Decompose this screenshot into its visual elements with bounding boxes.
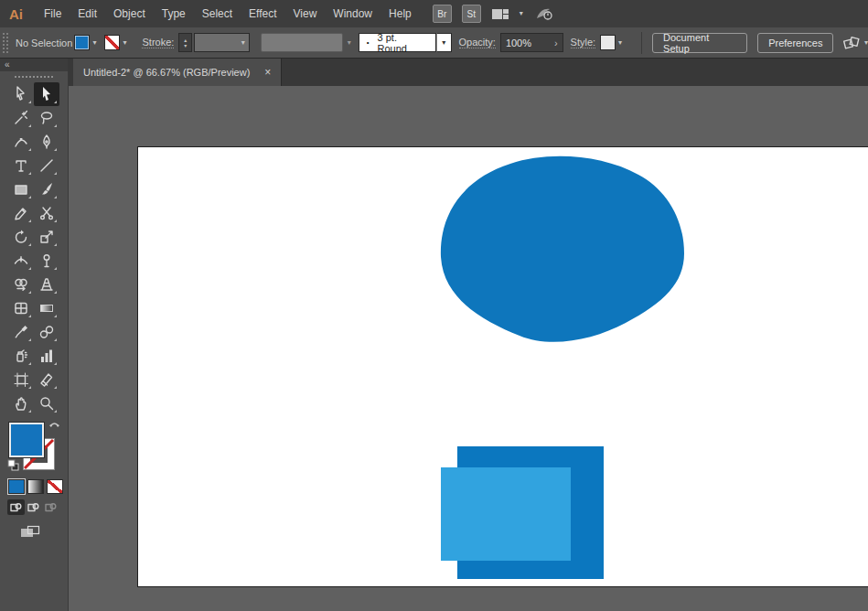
fill-color-swatch[interactable] — [74, 35, 90, 50]
workspace-switcher-icon[interactable] — [491, 8, 509, 20]
stepper-down-icon[interactable]: ▾ — [184, 43, 187, 48]
menu-object[interactable]: Object — [105, 7, 154, 20]
style-label[interactable]: Style: — [571, 37, 596, 48]
tool-blend[interactable] — [34, 320, 59, 344]
tool-column-graph[interactable] — [34, 344, 59, 368]
collapse-panel-icon[interactable]: « — [5, 59, 9, 70]
menu-window[interactable]: Window — [325, 7, 380, 20]
tool-eyedropper[interactable] — [8, 320, 34, 344]
tool-type[interactable] — [8, 154, 34, 177]
tools-panel-grip[interactable] — [15, 76, 53, 78]
tool-lasso[interactable] — [34, 106, 59, 130]
opacity-value[interactable]: 100% — [506, 38, 531, 48]
menu-view[interactable]: View — [285, 7, 326, 20]
stroke-weight-dropdown[interactable]: ▾ — [194, 33, 250, 52]
color-mode-row — [8, 479, 63, 494]
tool-line-segment[interactable] — [34, 154, 59, 177]
screen-mode-button[interactable] — [20, 525, 40, 542]
menu-file[interactable]: File — [36, 7, 70, 20]
bridge-button[interactable]: Br — [433, 5, 452, 23]
blob-shape[interactable] — [439, 155, 685, 346]
rectangle-front-shape[interactable] — [441, 467, 571, 561]
shaper-pencil-icon — [13, 205, 29, 221]
stroke-label[interactable]: Stroke: — [142, 37, 174, 48]
brush-definition-dropdown[interactable]: • 3 pt. Round — [359, 33, 436, 52]
tool-direct-selection[interactable] — [8, 82, 34, 106]
stroke-chevron-icon[interactable]: ▾ — [123, 39, 126, 47]
none-button[interactable] — [47, 479, 63, 494]
style-swatch[interactable] — [600, 35, 616, 50]
document-setup-button[interactable]: Document Setup — [652, 33, 747, 53]
gpu-performance-icon[interactable] — [533, 6, 555, 21]
fill-chevron-icon[interactable]: ▾ — [92, 39, 96, 47]
opacity-arrow-icon[interactable]: › — [554, 38, 558, 48]
arrange-icon[interactable] — [842, 36, 861, 50]
stroke-weight-stepper[interactable]: ▴ ▾ — [178, 33, 192, 52]
menu-type[interactable]: Type — [154, 7, 194, 20]
tool-gradient[interactable] — [34, 296, 59, 320]
brush-chevron-icon: ▾ — [442, 39, 445, 47]
workspace-chevron-icon[interactable]: ▾ — [520, 10, 523, 17]
style-chevron-icon[interactable]: ▾ — [618, 39, 622, 47]
tool-paintbrush[interactable] — [34, 177, 59, 201]
tool-pen[interactable] — [34, 130, 59, 154]
stroke-color-swatch[interactable] — [104, 35, 120, 50]
menu-bar: Ai File Edit Object Type Select Effect V… — [0, 0, 868, 28]
stock-button[interactable]: St — [462, 5, 481, 23]
tool-magic-wand[interactable] — [8, 106, 34, 130]
color-button[interactable] — [8, 479, 25, 494]
tool-rotate[interactable] — [8, 225, 34, 249]
tool-scale[interactable] — [34, 225, 59, 249]
artboard[interactable] — [137, 146, 868, 587]
tool-slice[interactable] — [34, 368, 59, 391]
draw-inside-button[interactable] — [42, 499, 59, 515]
tool-artboard[interactable] — [8, 368, 34, 391]
zoom-icon — [38, 395, 55, 412]
opacity-label[interactable]: Opacity: — [459, 37, 496, 48]
variable-width-dropdown — [261, 33, 343, 52]
symbol-sprayer-icon — [13, 348, 29, 364]
menu-edit[interactable]: Edit — [70, 7, 105, 20]
pen-icon — [38, 134, 55, 150]
opacity-field[interactable]: 100% › — [500, 33, 563, 52]
tool-perspective-grid[interactable] — [34, 273, 59, 296]
tool-scissors[interactable] — [34, 201, 59, 225]
tool-mesh[interactable] — [8, 296, 34, 320]
menu-effect[interactable]: Effect — [241, 7, 284, 20]
illustrator-window: { "menubar": { "logo": "Ai", "items": ["… — [0, 0, 868, 611]
tool-shape-builder[interactable] — [8, 273, 34, 296]
scissors-icon — [38, 205, 55, 221]
draw-normal-button[interactable] — [7, 499, 25, 515]
swap-fill-stroke-icon[interactable] — [48, 419, 60, 430]
screen-mode-icon — [20, 525, 40, 539]
control-bar-grip[interactable] — [3, 33, 8, 53]
menu-select[interactable]: Select — [194, 7, 241, 20]
document-tab[interactable]: Untitled-2* @ 66.67% (RGB/Preview) × — [73, 59, 282, 86]
stroke-color-control[interactable]: ▾ — [104, 35, 126, 50]
style-control[interactable]: ▾ — [600, 35, 622, 50]
tool-zoom[interactable] — [34, 391, 59, 415]
tool-symbol-sprayer[interactable] — [8, 344, 34, 368]
document-tab-title[interactable]: Untitled-2* @ 66.67% (RGB/Preview) — [83, 67, 250, 78]
canvas-area[interactable] — [69, 86, 868, 611]
tool-curvature[interactable] — [8, 130, 34, 154]
arrange-chevron-icon[interactable]: ▾ — [864, 39, 868, 47]
stroke-weight-chevron-icon[interactable]: ▾ — [241, 39, 245, 47]
tool-selection[interactable] — [34, 82, 59, 106]
preferences-button[interactable]: Preferences — [757, 33, 833, 53]
tool-hand[interactable] — [8, 391, 34, 415]
brush-definition-chevron[interactable]: ▾ — [436, 33, 452, 52]
tab-close-icon[interactable]: × — [264, 66, 271, 79]
rectangle-icon — [13, 181, 29, 198]
gradient-button[interactable] — [27, 479, 44, 494]
tool-puppet-warp[interactable] — [34, 249, 59, 273]
default-fill-stroke-icon[interactable] — [7, 459, 19, 471]
menu-help[interactable]: Help — [380, 7, 420, 20]
type-icon — [13, 157, 29, 174]
tool-width[interactable] — [8, 249, 34, 273]
tool-rectangle[interactable] — [8, 177, 34, 201]
fill-color-control[interactable]: ▾ — [74, 35, 96, 50]
fill-indicator-swatch[interactable] — [9, 423, 44, 457]
draw-behind-button[interactable] — [25, 499, 42, 515]
tool-shaper[interactable] — [8, 201, 34, 225]
